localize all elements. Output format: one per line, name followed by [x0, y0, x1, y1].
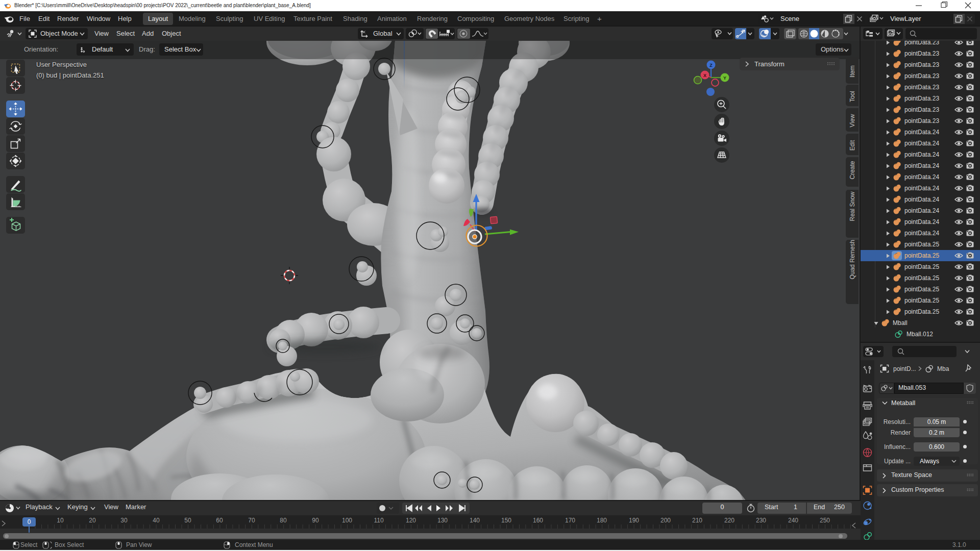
svg-text:Z: Z — [709, 63, 713, 68]
svg-text:Y: Y — [723, 76, 726, 81]
svg-text:X: X — [703, 73, 706, 78]
